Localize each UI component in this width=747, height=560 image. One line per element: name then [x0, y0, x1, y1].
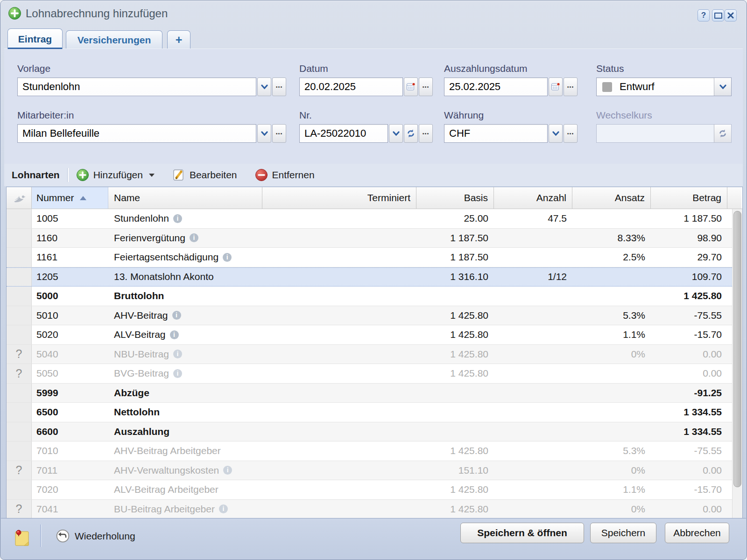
refresh-icon	[718, 129, 727, 138]
edit-row-button[interactable]: Bearbeiten	[172, 168, 237, 182]
scrollbar-thumb[interactable]	[733, 211, 741, 487]
cell-terminiert	[262, 345, 416, 364]
vorlage-more-button[interactable]	[272, 77, 286, 96]
help-button[interactable]: ?	[698, 9, 710, 21]
cell-name: Abzüge	[108, 384, 262, 403]
table-row[interactable]: 5000 Bruttolohn 1 425.80	[7, 287, 742, 306]
cell-betrag: 0.00	[651, 500, 741, 519]
waehrung-more-button[interactable]	[564, 124, 578, 143]
cell-anzahl: 47.5	[494, 209, 572, 228]
table-body: 1005 Stundenlohn 25.00 47.5 1 187.50 116…	[7, 209, 742, 519]
column-header-name[interactable]: Name	[108, 187, 262, 209]
table-row[interactable]: 1161 Feiertagsentschädigung 1 187.50 2.5…	[7, 248, 742, 267]
cell-nummer: 1005	[32, 209, 108, 228]
datum-input[interactable]: 20.02.2025	[299, 77, 403, 96]
waehrung-input[interactable]: CHF	[444, 124, 548, 143]
remove-row-button[interactable]: Entfernen	[255, 168, 315, 182]
footer-divider	[40, 525, 42, 547]
nr-dropdown-button[interactable]	[389, 124, 403, 143]
cell-nummer: 7011	[32, 461, 108, 480]
note-icon[interactable]	[14, 528, 30, 549]
info-icon	[223, 253, 232, 262]
auszahlungsdatum-calendar-button[interactable]	[549, 77, 563, 96]
table-row[interactable]: 1205 13. Monatslohn Akonto 1 316.10 1/12…	[7, 267, 742, 287]
cell-name: AHV-Beitrag	[108, 306, 262, 325]
cell-terminiert	[262, 480, 416, 499]
gutter-header[interactable]	[7, 187, 32, 209]
vertical-scrollbar[interactable]	[732, 209, 742, 519]
wechselkurs-refresh-button[interactable]	[714, 125, 731, 142]
tab-versicherungen[interactable]: Versicherungen	[66, 30, 162, 49]
table-row[interactable]: 5010 AHV-Beitrag 1 425.80 5.3% -75.55	[7, 306, 742, 326]
row-marker	[7, 403, 32, 422]
cancel-button[interactable]: Abbrechen	[665, 523, 729, 543]
table-row[interactable]: 1005 Stundenlohn 25.00 47.5 1 187.50	[7, 209, 742, 229]
column-header-ansatz[interactable]: Ansatz	[572, 187, 651, 209]
table-row[interactable]: 5999 Abzüge -91.25	[7, 384, 742, 403]
tab-add[interactable]: +	[167, 30, 190, 49]
cell-name: NBU-Beitrag	[108, 345, 262, 364]
info-icon	[173, 350, 182, 358]
plus-circle-icon	[76, 168, 89, 182]
column-header-anzahl[interactable]: Anzahl	[494, 187, 572, 209]
table-row[interactable]: 6600 Auszahlung 1 334.55	[7, 422, 742, 442]
nr-refresh-button[interactable]	[404, 124, 418, 143]
add-row-button[interactable]: Hinzufügen	[76, 168, 155, 182]
cell-name: Bruttolohn	[108, 287, 262, 306]
cell-ansatz	[572, 268, 651, 287]
cell-name: ALV-Beitrag	[108, 325, 262, 344]
datum-more-button[interactable]	[419, 77, 433, 96]
cell-betrag: 0.00	[651, 461, 741, 480]
wechselkurs-label: Wechselkurs	[596, 110, 732, 121]
auszahlungsdatum-more-button[interactable]	[564, 77, 578, 96]
wechselkurs-input[interactable]	[596, 124, 732, 143]
chevron-down-icon	[261, 84, 268, 89]
cell-nummer: 1205	[32, 268, 108, 287]
info-icon	[219, 504, 228, 513]
add-record-icon	[8, 7, 21, 22]
save-and-open-button[interactable]: Speichern & öffnen	[460, 523, 584, 543]
nr-input[interactable]: LA-25022010	[299, 124, 388, 143]
tab-eintrag[interactable]: Eintrag	[7, 28, 63, 49]
cell-nummer: 5000	[32, 287, 108, 306]
mitarbeiter-input[interactable]: Milan Bellefeuille	[17, 124, 256, 143]
mitarbeiter-dropdown-button[interactable]	[257, 124, 271, 143]
auszahlungsdatum-input[interactable]: 25.02.2025	[444, 77, 548, 96]
close-button[interactable]	[725, 9, 737, 21]
status-dropdown-button[interactable]	[714, 78, 731, 96]
vorlage-input[interactable]: Stundenlohn	[17, 77, 256, 96]
table-row[interactable]: ? 7041 BU-Beitrag Arbeitgeber 1 425.80 0…	[7, 500, 742, 519]
vorlage-label: Vorlage	[17, 63, 287, 74]
waehrung-dropdown-button[interactable]	[549, 124, 563, 143]
wiederholung-button[interactable]: Wiederholung	[56, 529, 135, 543]
table-row[interactable]: 5020 ALV-Beitrag 1 425.80 1.1% -15.70	[7, 325, 742, 345]
mitarbeiter-more-button[interactable]	[272, 124, 286, 143]
table-row[interactable]: ? 5040 NBU-Beitrag 1 425.80 0% 0.00	[7, 345, 742, 364]
column-header-basis[interactable]: Basis	[416, 187, 494, 209]
vorlage-dropdown-button[interactable]	[257, 77, 271, 96]
table-row[interactable]: 6500 Nettolohn 1 334.55	[7, 403, 742, 422]
cell-basis: 1 425.80	[416, 306, 494, 325]
cell-ansatz: 0%	[572, 345, 651, 364]
table-row[interactable]: ? 5050 BVG-Beitrag 1 425.80 0.00	[7, 364, 742, 384]
cell-ansatz	[572, 364, 651, 383]
column-header-betrag[interactable]: Betrag	[651, 187, 727, 209]
maximize-button[interactable]	[712, 9, 724, 21]
cell-nummer: 5020	[32, 325, 108, 344]
table-row[interactable]: 1160 Ferienvergütung 1 187.50 8.33% 98.9…	[7, 229, 742, 248]
table-row[interactable]: ? 7011 AHV-Verwaltungskosten 151.10 0% 0…	[7, 461, 742, 481]
column-header-nummer[interactable]: Nummer	[32, 187, 108, 209]
cell-ansatz: 8.33%	[572, 229, 651, 248]
cell-name: AHV-Beitrag Arbeitgeber	[108, 441, 262, 461]
save-button[interactable]: Speichern	[590, 523, 656, 543]
cell-anzahl: 1/12	[494, 268, 572, 287]
caret-down-icon	[149, 174, 155, 177]
info-icon	[223, 466, 232, 475]
column-header-terminiert[interactable]: Terminiert	[262, 187, 416, 209]
nr-more-button[interactable]	[419, 124, 433, 143]
datum-calendar-button[interactable]	[404, 77, 418, 96]
status-select[interactable]: Entwurf	[596, 77, 732, 96]
waehrung-label: Währung	[444, 110, 578, 121]
table-row[interactable]: 7020 ALV-Beitrag Arbeitgeber 1 425.80 1.…	[7, 480, 742, 500]
table-row[interactable]: 7010 AHV-Beitrag Arbeitgeber 1 425.80 5.…	[7, 441, 742, 461]
